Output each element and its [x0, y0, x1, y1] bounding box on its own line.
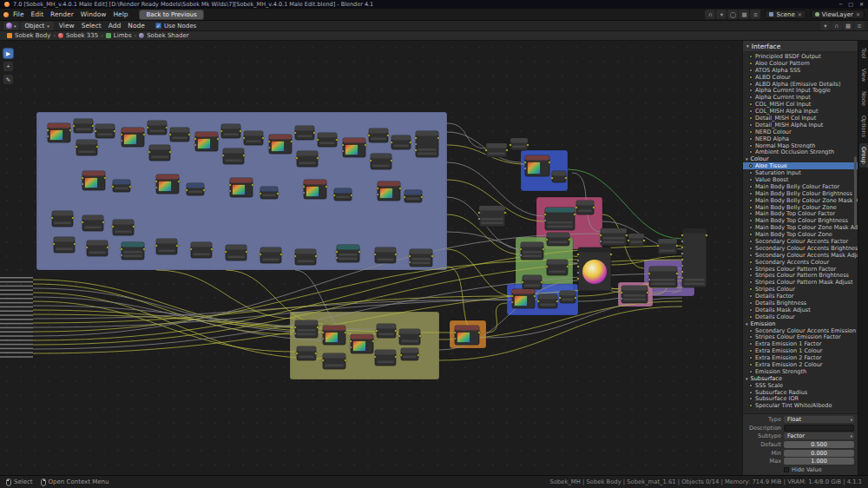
node-slider[interactable]	[549, 241, 568, 244]
node-slider[interactable]	[412, 258, 431, 260]
node-slider[interactable]	[85, 227, 102, 229]
node-header[interactable]	[601, 228, 627, 234]
subtype-dropdown[interactable]: Factor	[784, 432, 854, 439]
output-socket[interactable]	[647, 292, 649, 294]
node-header[interactable]	[87, 241, 108, 246]
interface-item-details-mask-adjust[interactable]: Details Mask Adjust	[743, 307, 858, 313]
input-socket[interactable]	[121, 254, 123, 257]
interface-item-main-body-belly-colour-brightness[interactable]: Main Body Belly Colour Brightness	[743, 190, 858, 197]
output-socket[interactable]	[399, 188, 402, 190]
output-socket[interactable]	[419, 335, 422, 338]
output-socket[interactable]	[114, 130, 116, 133]
interface-item-normal-map-strength[interactable]: Normal Map Strength	[743, 142, 858, 149]
interface-item-secondary-colour-accents-emission-fa[interactable]: Secondary Colour Accents Emission Fa...	[743, 327, 858, 334]
snap-magnet-icon[interactable]: ∩	[705, 10, 715, 19]
input-socket[interactable]	[511, 295, 514, 298]
interface-item-main-body-top-colour-zone-mask-adjust[interactable]: Main Body Top Colour Zone Mask Adjust	[743, 224, 858, 231]
input-socket[interactable]	[537, 300, 540, 303]
node-slider[interactable]	[372, 138, 386, 141]
node-header[interactable]	[512, 289, 535, 294]
node-header[interactable]	[156, 175, 179, 180]
node-graph-canvas[interactable]	[0, 41, 742, 475]
node-header[interactable]	[260, 187, 278, 192]
node-slider[interactable]	[379, 333, 394, 336]
output-socket[interactable]	[129, 186, 132, 188]
node-header[interactable]	[191, 242, 212, 247]
input-socket[interactable]	[681, 234, 684, 237]
pin-icon[interactable]: ▾	[820, 21, 831, 30]
interface-section-colour[interactable]: ▾Colour	[743, 155, 858, 162]
node-slider[interactable]	[152, 156, 168, 159]
output-socket[interactable]	[178, 181, 181, 183]
node-slider[interactable]	[124, 251, 142, 254]
node-header[interactable]	[318, 133, 337, 138]
node-slider[interactable]	[263, 195, 276, 197]
proportional-edit-icon[interactable]: ◯	[727, 10, 738, 19]
interface-item-stripes-colour-pattern-brightness[interactable]: Stripes Colour Pattern Brightness	[743, 273, 858, 280]
input-socket[interactable]	[190, 248, 193, 251]
output-socket[interactable]	[567, 266, 569, 268]
interface-item-secondary-accents-colour[interactable]: Secondary Accents Colour	[743, 259, 858, 266]
input-socket[interactable]	[51, 217, 54, 220]
sidebar-tab-node[interactable]: Node	[859, 88, 868, 109]
input-socket[interactable]	[400, 354, 403, 357]
node-header[interactable]	[578, 247, 611, 253]
output-socket[interactable]	[315, 353, 318, 355]
input-socket[interactable]	[681, 271, 684, 274]
output-socket[interactable]	[569, 239, 571, 241]
output-socket[interactable]	[556, 300, 559, 303]
scrollbar[interactable]	[854, 156, 857, 226]
input-socket[interactable]	[243, 137, 246, 140]
input-socket[interactable]	[186, 189, 188, 192]
input-socket[interactable]	[112, 186, 115, 188]
input-socket[interactable]	[370, 160, 372, 162]
node-header[interactable]	[113, 220, 134, 225]
node-header[interactable]	[401, 348, 418, 353]
output-socket[interactable]	[169, 151, 172, 154]
node-slider[interactable]	[549, 271, 566, 274]
input-socket[interactable]	[121, 140, 123, 142]
output-socket[interactable]	[240, 130, 242, 133]
input-socket[interactable]	[398, 335, 401, 338]
shader-node[interactable]	[682, 228, 707, 287]
output-socket[interactable]	[345, 359, 347, 362]
input-socket[interactable]	[317, 139, 319, 142]
input-socket[interactable]	[155, 245, 158, 247]
input-socket[interactable]	[374, 356, 377, 359]
input-socket[interactable]	[155, 181, 158, 183]
node-slider[interactable]	[418, 153, 437, 155]
tool-cursor[interactable]: ＋	[3, 61, 14, 72]
node-slider[interactable]	[407, 198, 420, 201]
node-header[interactable]	[375, 350, 396, 355]
output-socket[interactable]	[96, 146, 99, 148]
input-socket[interactable]	[377, 188, 379, 190]
input-socket[interactable]	[409, 255, 411, 258]
node-header[interactable]	[552, 171, 566, 176]
node-header[interactable]	[378, 181, 400, 187]
blender-logo-icon[interactable]	[3, 12, 9, 17]
input-socket[interactable]	[374, 254, 377, 256]
input-socket[interactable]	[409, 261, 411, 264]
node-slider[interactable]	[661, 250, 675, 253]
interface-item-subsurface-radius[interactable]: Subsurface Radius	[743, 389, 858, 396]
input-socket[interactable]	[148, 151, 151, 154]
node-header[interactable]	[486, 143, 507, 148]
interface-item-col-mish-alpha-input[interactable]: COL_MISH Alpha Input	[743, 108, 858, 115]
node-slider[interactable]	[562, 299, 574, 301]
node-slider[interactable]	[76, 129, 91, 131]
input-socket[interactable]	[368, 135, 371, 137]
input-socket[interactable]	[551, 177, 554, 180]
input-socket[interactable]	[322, 359, 325, 362]
node-header[interactable]	[375, 247, 396, 253]
output-socket[interactable]	[395, 254, 398, 256]
input-socket[interactable]	[681, 259, 684, 261]
output-socket[interactable]	[643, 240, 646, 242]
input-socket[interactable]	[53, 243, 56, 246]
interface-item-emission-strength[interactable]: Emission Strength	[743, 368, 858, 375]
interface-item-aloe-colour-pattern[interactable]: Aloe Colour Pattern	[743, 60, 858, 67]
input-socket[interactable]	[229, 190, 232, 193]
node-header[interactable]	[304, 180, 326, 185]
input-socket[interactable]	[681, 247, 684, 249]
interface-item-extra-emission-2-factor[interactable]: Extra Emission 2 Factor	[743, 354, 858, 361]
interface-item-details-brightness[interactable]: Details Brightness	[743, 300, 858, 307]
